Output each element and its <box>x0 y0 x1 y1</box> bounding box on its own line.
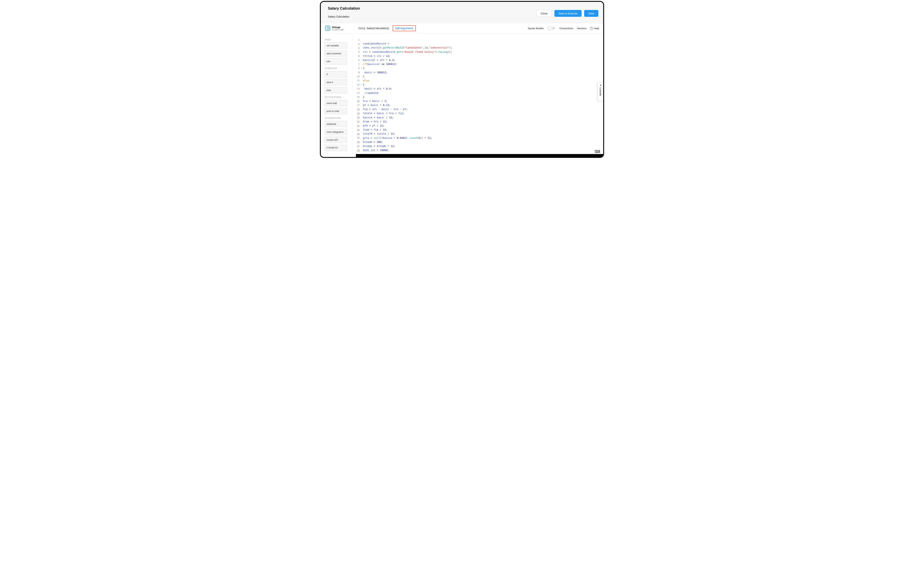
line-number[interactable]: 22 <box>353 124 360 127</box>
edit-arguments-link[interactable]: Edit Arguments <box>393 25 416 31</box>
line-number[interactable]: 3 <box>353 46 360 49</box>
help-icon: ? <box>590 27 593 30</box>
line-number[interactable]: 18 <box>353 108 360 110</box>
code-text: broadm = 500; <box>363 140 383 143</box>
code-line[interactable]: 26broadm = 500; <box>353 140 603 144</box>
code-text: candidateRecord = <box>363 42 389 45</box>
code-line[interactable]: 22pfm = pf / 12; <box>353 124 603 128</box>
line-number[interactable]: 1 <box>353 38 360 41</box>
code-editor[interactable]: 12candidateRecord =3zoho.recruit.getReco… <box>352 33 603 156</box>
code-line[interactable]: 11else <box>353 79 603 82</box>
code-text: pf = basic * 0.12; <box>363 104 391 107</box>
logo-title: Deluge <box>332 26 344 29</box>
code-text: //updated <box>363 91 378 94</box>
deluge-logo-icon <box>325 25 330 31</box>
code-line[interactable]: 4ctc = candidateRecord.get("Annual Fixed… <box>353 50 603 54</box>
code-text: else <box>363 79 369 82</box>
fold-arrow-icon[interactable]: ▾ <box>360 67 363 69</box>
line-number[interactable]: 27 <box>353 145 360 147</box>
page-header: Salary Calculation Salary Calculation Cl… <box>321 2 603 23</box>
code-line[interactable]: 5tfctcm = ctc / 12; <box>353 54 603 58</box>
fold-arrow-icon[interactable]: ▾ <box>360 84 363 86</box>
console-tab[interactable]: ◀ Console <box>597 82 603 101</box>
sidebar-item-set-variable[interactable]: set variable <box>325 43 347 49</box>
code-line[interactable]: 20basicm = basic / 12; <box>353 115 603 120</box>
logo-subtitle: by Zoho Creator <box>332 29 344 31</box>
code-text: } <box>363 75 365 78</box>
line-number[interactable]: 5 <box>353 54 360 57</box>
code-text: totalA = basic + hra + fcp; <box>363 112 404 115</box>
code-text: grta = ceil((basicm * 0.0481).round(0)) … <box>363 137 432 140</box>
code-line[interactable]: 9 basic = 180012; <box>353 70 603 74</box>
help-label: Help <box>594 27 599 30</box>
line-number[interactable]: 6 <box>353 59 360 61</box>
line-number[interactable]: 17 <box>353 104 360 107</box>
line-number[interactable]: 20 <box>353 116 360 119</box>
code-line[interactable]: 13 basic = afs * 0.4; <box>353 87 603 91</box>
line-number[interactable]: 28 <box>353 149 360 152</box>
code-line[interactable]: 23fcpm = fcp / 12; <box>353 128 603 132</box>
code-text: pfm = pf / 12; <box>363 124 384 127</box>
line-number[interactable]: 14 <box>353 91 360 94</box>
connections-link[interactable]: Connections <box>559 27 573 30</box>
sidebar-item-add-comment[interactable]: add comment <box>325 50 347 56</box>
sidebar-item-zoho-integration[interactable]: zoho integration <box>325 129 347 135</box>
versions-link[interactable]: Versions <box>577 27 586 30</box>
line-number[interactable]: 21 <box>353 120 360 123</box>
line-number[interactable]: 23 <box>353 128 360 131</box>
sidebar-item-invoke-api[interactable]: invoke API <box>325 137 347 143</box>
code-line[interactable]: 17pf = basic * 0.12; <box>353 103 603 107</box>
code-line[interactable]: 25grta = ceil((basicm * 0.0481).round(0)… <box>353 136 603 140</box>
sidebar-item-ftp-sftp[interactable]: FTP/SFTP <box>325 145 347 151</box>
code-line[interactable]: 21hram = hra / 12; <box>353 120 603 124</box>
code-line[interactable]: 18fcp = afs - basic - hra - pf; <box>353 107 603 111</box>
line-number[interactable]: 2 <box>353 42 360 45</box>
code-line[interactable]: 27broady = broadm * 12; <box>353 144 603 148</box>
line-number[interactable]: 16 <box>353 100 360 102</box>
line-number[interactable]: 9 <box>353 71 360 74</box>
line-number[interactable]: 15 <box>353 96 360 98</box>
line-number[interactable]: 24 <box>353 132 360 135</box>
code-line[interactable]: 24totalM = totalA / 12; <box>353 132 603 136</box>
app-window: Salary Calculation Salary Calculation Cl… <box>320 1 604 158</box>
line-number[interactable]: 10 <box>353 75 360 78</box>
code-line[interactable]: 2candidateRecord = <box>353 41 603 46</box>
sidebar-item-else-if[interactable]: else if <box>325 79 347 85</box>
code-line[interactable]: 28medi_ins = 18000; <box>353 148 603 152</box>
line-number[interactable]: 4 <box>353 50 360 53</box>
code-line[interactable]: 7if(basiccal <= 180012) <box>353 62 603 66</box>
help-link[interactable]: ? Help <box>590 27 599 30</box>
code-line[interactable]: 1 <box>353 38 603 41</box>
sidebar-item-post-to-chat[interactable]: post to chat <box>325 108 347 114</box>
sidebar-item-webhook[interactable]: webhook <box>325 121 347 127</box>
line-number[interactable]: 7 <box>353 63 360 66</box>
return-type: String <box>358 27 365 30</box>
code-line[interactable]: 19totalA = basic + hra + fcp; <box>353 111 603 115</box>
code-line[interactable]: 3zoho.recruit.getRecordById("Candidates"… <box>353 46 603 50</box>
close-button[interactable]: Close <box>536 10 552 17</box>
line-number[interactable]: 25 <box>353 137 360 139</box>
sidebar-item-send-mail[interactable]: send mail <box>325 100 347 106</box>
save-button[interactable]: Save <box>584 10 598 17</box>
code-line[interactable]: 14 //updated <box>353 91 603 95</box>
code-line[interactable]: 12▾{ <box>353 82 603 87</box>
line-number[interactable]: 11 <box>353 79 360 82</box>
line-number[interactable]: 26 <box>353 140 360 143</box>
console-expand-icon: ◀ <box>600 84 601 86</box>
line-number[interactable]: 19 <box>353 112 360 115</box>
code-line[interactable]: 10} <box>353 74 603 79</box>
code-line[interactable]: 16hra = basic / 2; <box>353 99 603 103</box>
sidebar-item-if[interactable]: if <box>325 71 347 77</box>
sidebar-item-info[interactable]: info <box>325 58 347 64</box>
line-number[interactable]: 8 <box>353 67 360 70</box>
code-line[interactable]: 15} <box>353 95 603 99</box>
code-line[interactable]: 8▾{ <box>353 66 603 70</box>
code-text: fcp = afs - basic - hra - pf; <box>363 108 408 110</box>
line-number[interactable]: 12 <box>353 83 360 86</box>
code-line[interactable]: 6basiccal = afs * 0.4; <box>353 58 603 62</box>
syntax-builder-toggle[interactable]: Off <box>547 26 556 30</box>
save-execute-button[interactable]: Save & Execute <box>554 10 582 17</box>
keyboard-icon[interactable]: ⌨ <box>595 150 600 153</box>
sidebar-item-else[interactable]: else <box>325 87 347 93</box>
line-number[interactable]: 13 <box>353 87 360 90</box>
